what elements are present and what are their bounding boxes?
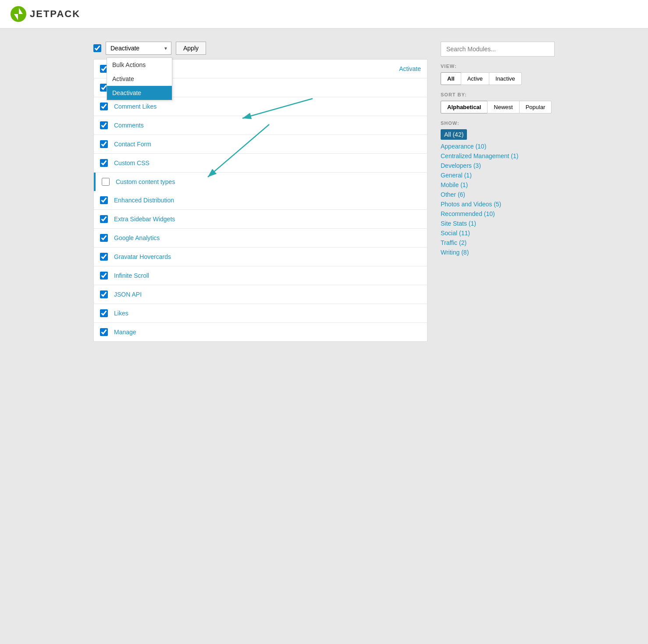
bulk-actions-select[interactable]: Bulk Actions Activate Deactivate	[106, 42, 171, 55]
module-row-comments: Comments	[94, 116, 427, 135]
show-recommended-link[interactable]: Recommended (10)	[441, 209, 555, 219]
module-name-contact-form: Contact Form	[114, 141, 421, 148]
activate-link[interactable]: Activate	[399, 65, 421, 72]
module-row-custom-css: Custom CSS	[94, 154, 427, 173]
module-row-contact-form: Contact Form	[94, 135, 427, 154]
logo-text: JETPACK	[30, 8, 80, 20]
sort-alphabetical-button[interactable]: Alphabetical	[441, 101, 488, 113]
module-row-custom-content-types: Custom content types	[94, 173, 427, 191]
module-checkbox-gravatar-hovercards[interactable]	[100, 253, 108, 261]
show-appearance-link[interactable]: Appearance (10)	[441, 142, 555, 151]
module-row-json-api: JSON API	[94, 285, 427, 304]
search-input[interactable]	[441, 42, 555, 57]
module-checkbox-custom-css[interactable]	[100, 159, 108, 167]
module-name-json-api: JSON API	[114, 291, 421, 298]
show-photos-videos-link[interactable]: Photos and Videos (5)	[441, 199, 555, 209]
module-checkbox-manage[interactable]	[100, 328, 108, 336]
sort-label: SORT BY:	[441, 92, 555, 97]
module-name-manage: Manage	[114, 329, 421, 336]
module-row-extra-sidebar-widgets: Extra Sidebar Widgets	[94, 210, 427, 229]
modules-list: Beautiful Math Activate Carousel Comment…	[93, 59, 427, 342]
module-checkbox-extra-sidebar-widgets[interactable]	[100, 215, 108, 223]
module-name-comments: Comments	[114, 122, 421, 129]
view-label: VIEW:	[441, 64, 555, 69]
module-name-custom-css: Custom CSS	[114, 159, 421, 166]
module-checkbox-google-analytics[interactable]	[100, 234, 108, 242]
dropdown-item-bulk[interactable]: Bulk Actions	[107, 58, 172, 72]
header: JETPACK	[0, 0, 648, 28]
show-developers-link[interactable]: Developers (3)	[441, 161, 555, 170]
module-checkbox-enhanced-distribution[interactable]	[100, 196, 108, 204]
module-name-extra-sidebar-widgets: Extra Sidebar Widgets	[114, 216, 421, 223]
bulk-actions-wrapper: Bulk Actions Activate Deactivate	[106, 42, 171, 55]
arrow-wrapper-2: Custom content types	[94, 173, 427, 191]
show-social-link[interactable]: Social (11)	[441, 228, 555, 238]
show-site-stats-link[interactable]: Site Stats (1)	[441, 219, 555, 228]
module-row-likes: Likes	[94, 304, 427, 323]
show-all-link[interactable]: All (42)	[441, 129, 467, 140]
module-row-infinite-scroll: Infinite Scroll	[94, 266, 427, 285]
show-label: SHOW:	[441, 120, 555, 126]
module-checkbox-infinite-scroll[interactable]	[100, 272, 108, 280]
module-name-custom-content-types: Custom content types	[116, 178, 421, 185]
show-general-link[interactable]: General (1)	[441, 170, 555, 180]
dropdown-item-deactivate[interactable]: Deactivate	[107, 86, 172, 100]
left-panel: Bulk Actions Activate Deactivate Apply B…	[93, 42, 427, 342]
sort-btn-group: Alphabetical Newest Popular	[441, 101, 555, 113]
dropdown-item-activate[interactable]: Activate	[107, 72, 172, 86]
module-checkbox-custom-content-types[interactable]	[102, 178, 110, 186]
module-checkbox-comments[interactable]	[100, 121, 108, 129]
module-checkbox-comment-likes[interactable]	[100, 103, 108, 110]
show-writing-link[interactable]: Writing (8)	[441, 248, 555, 257]
show-traffic-link[interactable]: Traffic (2)	[441, 238, 555, 248]
show-mobile-link[interactable]: Mobile (1)	[441, 180, 555, 190]
module-name-comment-likes: Comment Likes	[114, 103, 421, 110]
logo: JETPACK	[11, 6, 80, 22]
main-content: Bulk Actions Activate Deactivate Apply B…	[83, 28, 565, 355]
show-section: All (42) Appearance (10) Centralized Man…	[441, 129, 555, 257]
module-name-likes: Likes	[114, 310, 421, 317]
dropdown-menu: Bulk Actions Activate Deactivate	[107, 57, 172, 100]
module-name-gravatar-hovercards: Gravatar Hovercards	[114, 253, 421, 260]
sort-popular-button[interactable]: Popular	[519, 101, 552, 113]
select-all-checkbox[interactable]	[93, 44, 101, 52]
view-all-button[interactable]: All	[441, 72, 461, 85]
module-name-infinite-scroll: Infinite Scroll	[114, 272, 421, 279]
jetpack-logo-icon	[11, 6, 26, 22]
module-checkbox-json-api[interactable]	[100, 290, 108, 298]
module-checkbox-likes[interactable]	[100, 309, 108, 317]
view-btn-group: All Active Inactive	[441, 72, 555, 85]
module-checkbox-contact-form[interactable]	[100, 140, 108, 148]
svg-point-0	[11, 6, 26, 22]
module-row-manage: Manage	[94, 323, 427, 341]
apply-button[interactable]: Apply	[176, 42, 206, 55]
show-centralized-management-link[interactable]: Centralized Management (1)	[441, 151, 555, 161]
module-name-google-analytics: Google Analytics	[114, 234, 421, 241]
module-row-enhanced-distribution: Enhanced Distribution	[94, 191, 427, 210]
view-active-button[interactable]: Active	[461, 72, 489, 85]
view-inactive-button[interactable]: Inactive	[489, 72, 522, 85]
show-other-link[interactable]: Other (6)	[441, 190, 555, 199]
module-row-google-analytics: Google Analytics	[94, 229, 427, 248]
module-row-gravatar-hovercards: Gravatar Hovercards	[94, 248, 427, 266]
toolbar: Bulk Actions Activate Deactivate Apply B…	[93, 42, 427, 55]
right-panel: VIEW: All Active Inactive SORT BY: Alpha…	[441, 42, 555, 342]
module-name-enhanced-distribution: Enhanced Distribution	[114, 197, 421, 204]
sort-newest-button[interactable]: Newest	[487, 101, 519, 113]
